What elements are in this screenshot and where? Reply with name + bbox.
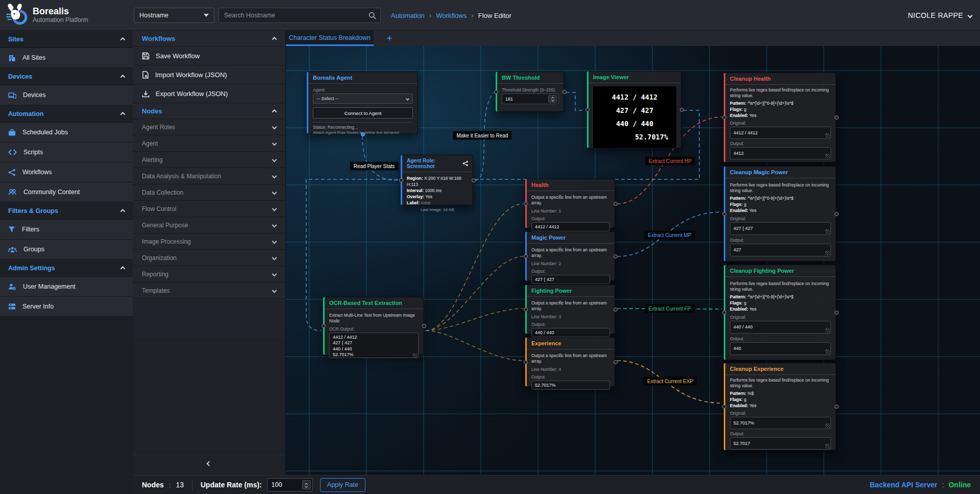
line-output-input[interactable]	[531, 328, 610, 337]
import-workflow-button[interactable]: Import Workflow (JSON)	[133, 65, 285, 84]
resize-handle[interactable]	[825, 424, 830, 428]
sidebar-item-scheduled-jobs[interactable]: Scheduled Jobs	[0, 123, 133, 143]
agent-select[interactable]: -- Select --	[313, 93, 413, 104]
output-port[interactable]	[614, 360, 618, 364]
output-port[interactable]	[562, 90, 567, 94]
node-cleanup-health[interactable]: Cleanup Health Performs live regex-based…	[724, 73, 836, 162]
node-experience[interactable]: Experience Output a specific line from a…	[525, 337, 615, 387]
node-category-agent[interactable]: Agent	[133, 135, 285, 152]
number-spinner[interactable]	[302, 480, 311, 489]
original-input[interactable]	[730, 127, 831, 139]
hostname-select[interactable]: Hostname	[134, 8, 214, 23]
add-tab-button[interactable]: +	[381, 31, 398, 46]
input-port[interactable]	[524, 254, 528, 258]
node-category-image-processing[interactable]: Image Processing	[133, 233, 285, 250]
panel-header-nodes[interactable]: Nodes	[133, 103, 285, 119]
sidebar-item-workflows[interactable]: Workflows	[0, 162, 133, 182]
sidebar-item-server-info[interactable]: Server Info	[0, 297, 133, 317]
node-image-viewer[interactable]: Image Viewer 4412 / 4412 427 / 427 440 /…	[587, 71, 681, 148]
input-port[interactable]	[524, 202, 528, 206]
apply-rate-button[interactable]: Apply Rate	[320, 478, 365, 492]
input-port[interactable]	[585, 108, 590, 112]
input-port[interactable]	[722, 311, 726, 315]
node-bw-threshold[interactable]: BW Threshold Threshold Strength (0–255):	[496, 72, 564, 112]
number-spinner[interactable]	[548, 95, 557, 103]
node-category-general-purpose[interactable]: General Purpose	[133, 217, 285, 233]
node-cleanup-experience[interactable]: Cleanup Experience Performs live regex-b…	[724, 363, 836, 451]
output-port[interactable]	[472, 178, 476, 182]
flow-canvas[interactable]: Read Player Stats Make it Easier to Read…	[286, 46, 980, 475]
input-port[interactable]	[399, 178, 403, 182]
input-port[interactable]	[524, 308, 528, 312]
input-port[interactable]	[494, 90, 498, 94]
input-port[interactable]	[524, 360, 528, 364]
search-input[interactable]	[224, 12, 369, 19]
sidebar-item-user-management[interactable]: User Management	[0, 277, 133, 297]
update-rate-field[interactable]	[267, 478, 313, 491]
resize-handle[interactable]	[825, 444, 830, 449]
sidebar-section-devices[interactable]: Devices	[0, 68, 133, 85]
sidebar-item-groups[interactable]: Groups	[0, 240, 133, 260]
connect-to-agent-button[interactable]: Connect to Agent	[313, 107, 413, 119]
sidebar-section-sites[interactable]: Sites	[0, 31, 133, 48]
input-port[interactable]	[722, 212, 726, 216]
output-port[interactable]	[614, 308, 618, 312]
resize-handle[interactable]	[413, 354, 418, 358]
input-port[interactable]	[722, 405, 726, 409]
resize-handle[interactable]	[825, 154, 830, 158]
save-workflow-button[interactable]: Save Workflow	[133, 46, 285, 65]
output-port[interactable]	[680, 108, 684, 112]
line-output-input[interactable]	[531, 275, 610, 284]
original-input[interactable]	[730, 321, 831, 334]
output-input[interactable]	[730, 147, 831, 159]
output-input[interactable]	[730, 437, 831, 450]
sidebar-item-filters[interactable]: Filters	[0, 220, 133, 240]
sidebar-section-filters-groups[interactable]: Filters & Groups	[0, 202, 133, 220]
ocr-output-textarea[interactable]	[329, 333, 419, 358]
search-box[interactable]	[218, 8, 381, 23]
spinner-down-icon[interactable]	[551, 99, 554, 102]
breadcrumb-workflows[interactable]: Workflows	[436, 12, 467, 19]
resize-handle[interactable]	[825, 133, 830, 138]
node-category-templates[interactable]: Templates	[133, 283, 285, 299]
node-cleanup-magic-power[interactable]: Cleanup Magic Power Performs live regex-…	[724, 166, 836, 262]
node-agent-role-screenshot[interactable]: Agent Role: Screenshot Region: X:200 Y:4…	[401, 155, 473, 205]
original-input[interactable]	[730, 222, 831, 235]
output-input[interactable]	[730, 342, 831, 355]
export-workflow-button[interactable]: Export Workflow (JSON)	[133, 84, 285, 103]
user-menu[interactable]: NICOLE RAPPE	[908, 0, 972, 31]
node-magic-power[interactable]: Magic Power Output a specific line from …	[525, 231, 615, 281]
resize-handle[interactable]	[825, 349, 830, 354]
output-port[interactable]	[614, 254, 618, 258]
breadcrumb-automation[interactable]: Automation	[391, 12, 425, 19]
resize-handle[interactable]	[825, 251, 830, 255]
input-port[interactable]	[322, 324, 326, 328]
node-category-data-analysis[interactable]: Data Analysis & Manipulation	[133, 168, 285, 184]
resize-handle[interactable]	[825, 229, 830, 234]
output-port[interactable]	[361, 132, 365, 136]
sidebar-section-admin-settings[interactable]: Admin Settings	[0, 260, 133, 277]
sidebar-item-devices[interactable]: Devices	[0, 85, 133, 105]
output-port[interactable]	[422, 324, 426, 328]
tab-character-status-breakdown[interactable]: Character Status Breakdown	[286, 31, 374, 46]
output-port[interactable]	[835, 311, 839, 315]
node-category-data-collection[interactable]: Data Collection	[133, 184, 285, 201]
node-ocr-text-extraction[interactable]: OCR-Based Text Extraction Extract Multi-…	[323, 297, 424, 355]
panel-collapse-button[interactable]	[133, 455, 285, 472]
line-output-input[interactable]	[531, 222, 610, 231]
output-input[interactable]	[730, 244, 831, 256]
node-category-agent-roles[interactable]: Agent Roles	[133, 119, 285, 135]
output-port[interactable]	[614, 202, 618, 206]
output-port[interactable]	[835, 212, 839, 216]
node-borealis-agent[interactable]: Borealis Agent Agent: -- Select -- Conne…	[307, 72, 418, 134]
sidebar-item-all-sites[interactable]: All Sites	[0, 48, 133, 68]
panel-header-workflows[interactable]: Workflows	[133, 31, 285, 46]
sidebar-item-scripts[interactable]: Scripts	[0, 143, 133, 162]
line-output-input[interactable]	[531, 381, 610, 390]
original-input[interactable]	[730, 417, 831, 429]
node-category-organization[interactable]: Organization	[133, 250, 285, 266]
sidebar-section-automation[interactable]: Automation	[0, 105, 133, 123]
share-icon[interactable]	[462, 160, 468, 167]
output-port[interactable]	[835, 115, 839, 120]
node-category-reporting[interactable]: Reporting	[133, 266, 285, 283]
